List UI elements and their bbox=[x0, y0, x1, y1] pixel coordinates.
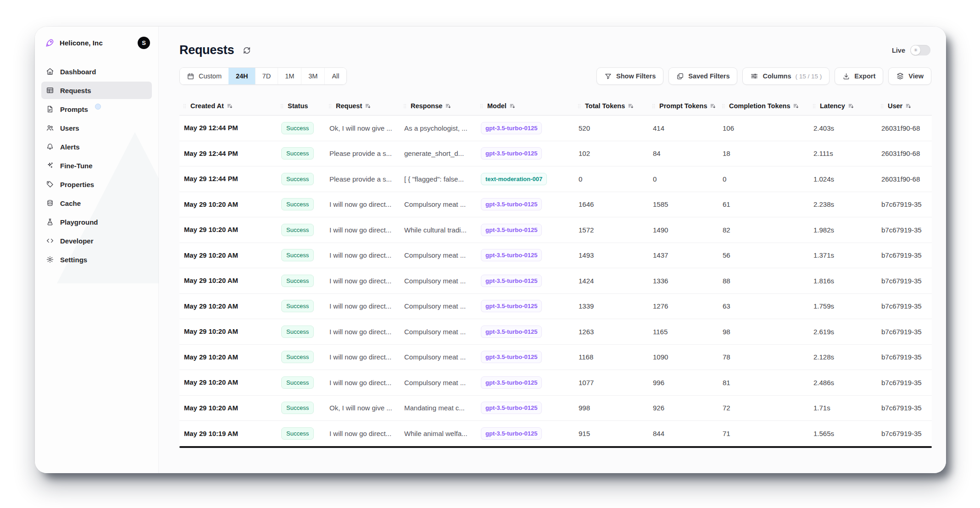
cell-total-tokens: 1339 bbox=[574, 302, 648, 310]
cell-total-tokens: 1572 bbox=[574, 226, 648, 234]
cell-request: I will now go direct... bbox=[325, 379, 400, 387]
columns-button[interactable]: Columns ( 15 / 15 ) bbox=[742, 67, 830, 85]
column-header-response[interactable]: Response bbox=[400, 102, 476, 110]
sidebar-item-settings[interactable]: Settings bbox=[41, 251, 152, 268]
table-row[interactable]: May 29 10:19 AMSuccessI will now go dire… bbox=[179, 421, 932, 447]
status-badge: Success bbox=[281, 198, 314, 210]
sidebar-item-prompts[interactable]: Prompts bbox=[41, 100, 152, 118]
status-badge: Success bbox=[281, 122, 314, 134]
sparkle-icon: ✳ bbox=[913, 47, 918, 53]
sidebar-item-alerts[interactable]: Alerts bbox=[41, 138, 152, 155]
column-header-model[interactable]: Model bbox=[476, 102, 574, 110]
cell-latency: 1.371s bbox=[809, 251, 877, 259]
sidebar-item-properties[interactable]: Properties bbox=[41, 176, 152, 193]
column-header-user[interactable]: User bbox=[877, 102, 932, 110]
dragdots-icon bbox=[402, 103, 408, 109]
sidebar: Helicone, Inc S DashboardRequestsPrompts… bbox=[35, 27, 159, 473]
table-row[interactable]: May 29 12:44 PMSuccessOk, I will now giv… bbox=[179, 116, 932, 141]
table-row[interactable]: May 29 10:20 AMSuccessI will now go dire… bbox=[179, 217, 932, 243]
view-button[interactable]: View bbox=[888, 67, 931, 85]
cell-status: Success bbox=[277, 326, 325, 338]
model-badge: gpt-3.5-turbo-0125 bbox=[481, 427, 542, 440]
copy-stack-icon bbox=[676, 72, 684, 80]
table-row[interactable]: May 29 10:20 AMSuccessI will now go dire… bbox=[179, 192, 932, 218]
sidebar-item-label: Developer bbox=[60, 237, 94, 245]
cell-status: Success bbox=[277, 427, 325, 440]
column-header-created-at[interactable]: Created At bbox=[179, 102, 277, 110]
show-filters-button[interactable]: Show Filters bbox=[596, 67, 663, 85]
range-3m-button[interactable]: 3M bbox=[301, 68, 324, 84]
cell-created-at: May 29 10:20 AM bbox=[179, 303, 277, 310]
sidebar-item-label: Alerts bbox=[60, 143, 80, 151]
table-row[interactable]: May 29 10:20 AMSuccessI will now go dire… bbox=[179, 243, 932, 269]
live-label: Live bbox=[892, 47, 905, 54]
sidebar-item-dashboard[interactable]: Dashboard bbox=[41, 63, 152, 80]
table-body: May 29 12:44 PMSuccessOk, I will now giv… bbox=[179, 115, 932, 447]
cell-created-at: May 29 10:20 AM bbox=[179, 201, 277, 208]
horizontal-scrollbar[interactable] bbox=[179, 446, 932, 448]
requests-table: Created AtStatusRequestResponseModelTota… bbox=[179, 97, 932, 447]
range-custom-label: Custom bbox=[199, 72, 222, 80]
dragdots-icon bbox=[720, 103, 726, 109]
column-header-total-tokens[interactable]: Total Tokens bbox=[574, 102, 648, 110]
column-header-prompt-tokens[interactable]: Prompt Tokens bbox=[648, 102, 718, 110]
sort-icon bbox=[445, 103, 452, 110]
live-control: Live ✳ bbox=[892, 45, 930, 55]
saved-filters-button[interactable]: Saved Filters bbox=[668, 67, 737, 85]
dragdots-icon bbox=[811, 103, 817, 109]
sidebar-item-developer[interactable]: Developer bbox=[41, 232, 152, 249]
sidebar-item-fine-tune[interactable]: Fine-Tune bbox=[41, 157, 152, 174]
column-header-status[interactable]: Status bbox=[277, 102, 325, 110]
dragdots-icon bbox=[576, 103, 582, 109]
table-row[interactable]: May 29 12:44 PMSuccessPlease provide a s… bbox=[179, 166, 932, 192]
range-1m-button[interactable]: 1M bbox=[278, 68, 301, 84]
cell-completion-tokens: 18 bbox=[718, 149, 809, 157]
cell-latency: 2.111s bbox=[809, 149, 877, 157]
table-row[interactable]: May 29 10:20 AMSuccessI will now go dire… bbox=[179, 370, 932, 396]
range-24h-button[interactable]: 24H bbox=[228, 68, 255, 84]
table-row[interactable]: May 29 10:20 AMSuccessI will now go dire… bbox=[179, 345, 932, 370]
cell-user: b7c67919-35 bbox=[877, 200, 932, 208]
sort-icon bbox=[710, 103, 717, 110]
refresh-button[interactable] bbox=[242, 46, 251, 55]
cell-prompt-tokens: 84 bbox=[648, 149, 718, 157]
cell-latency: 1.71s bbox=[809, 404, 877, 412]
range-all-button[interactable]: All bbox=[324, 68, 346, 84]
cell-user: 26031f90-68 bbox=[877, 175, 932, 183]
sidebar-item-cache[interactable]: Cache bbox=[41, 194, 152, 212]
range-7d-button[interactable]: 7D bbox=[255, 68, 278, 84]
export-button[interactable]: Export bbox=[835, 67, 883, 85]
live-toggle[interactable]: ✳ bbox=[910, 45, 930, 55]
table-row[interactable]: May 29 12:44 PMSuccessPlease provide a s… bbox=[179, 141, 932, 167]
sidebar-item-label: Cache bbox=[60, 199, 81, 207]
cell-response: Compulsory meat ... bbox=[400, 353, 476, 361]
table-row[interactable]: May 29 10:20 AMSuccessI will now go dire… bbox=[179, 268, 932, 294]
cell-completion-tokens: 88 bbox=[718, 277, 809, 285]
sidebar-item-users[interactable]: Users bbox=[41, 119, 152, 137]
table-row[interactable]: May 29 10:20 AMSuccessI will now go dire… bbox=[179, 319, 932, 345]
status-badge: Success bbox=[281, 147, 314, 160]
cell-prompt-tokens: 0 bbox=[648, 175, 718, 183]
org-switcher[interactable]: Helicone, Inc S bbox=[35, 27, 158, 56]
cell-status: Success bbox=[277, 249, 325, 261]
cell-prompt-tokens: 996 bbox=[648, 379, 718, 387]
document-icon bbox=[46, 105, 54, 113]
table-row[interactable]: May 29 10:20 AMSuccessOk, I will now giv… bbox=[179, 396, 932, 421]
column-header-request[interactable]: Request bbox=[325, 102, 400, 110]
sidebar-item-playground[interactable]: Playground bbox=[41, 213, 152, 231]
cell-request: I will now go direct... bbox=[325, 251, 400, 259]
cell-status: Success bbox=[277, 198, 325, 210]
table-row[interactable]: May 29 10:20 AMSuccessI will now go dire… bbox=[179, 294, 932, 320]
code-icon bbox=[46, 237, 54, 245]
status-badge: Success bbox=[281, 173, 314, 185]
cell-response: As a psychologist, ... bbox=[400, 124, 476, 132]
column-header-latency[interactable]: Latency bbox=[809, 102, 877, 110]
column-label: User bbox=[888, 102, 902, 110]
sidebar-item-label: Properties bbox=[60, 181, 94, 188]
range-custom-button[interactable]: Custom bbox=[180, 68, 228, 84]
column-header-completion-tokens[interactable]: Completion Tokens bbox=[718, 102, 809, 110]
cell-prompt-tokens: 1165 bbox=[648, 328, 718, 336]
layers-icon bbox=[896, 72, 904, 80]
sidebar-item-requests[interactable]: Requests bbox=[41, 82, 152, 99]
cell-latency: 2.486s bbox=[809, 379, 877, 387]
